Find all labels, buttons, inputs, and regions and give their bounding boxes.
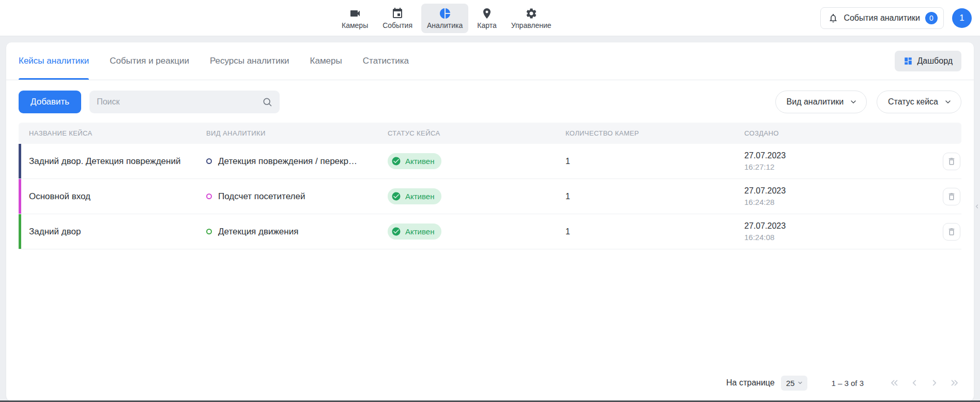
case-name: Задний двор. Детекция повреждений xyxy=(29,156,206,167)
tabs-row: Кейсы аналитики События и реакции Ресурс… xyxy=(6,42,974,80)
nav-label: Аналитика xyxy=(427,21,463,29)
status-cell: Активен xyxy=(388,188,565,204)
row-accent-bar xyxy=(19,179,21,214)
prev-page-button[interactable] xyxy=(908,376,921,390)
row-accent-bar xyxy=(19,214,21,249)
pager xyxy=(887,376,961,390)
analytics-events-button[interactable]: События аналитики 0 xyxy=(820,7,944,29)
events-icon xyxy=(391,7,404,20)
created-date: 27.07.2023 xyxy=(744,151,917,160)
status-label: Активен xyxy=(405,157,434,166)
created-time: 16:24:28 xyxy=(744,198,917,206)
user-avatar[interactable]: 1 xyxy=(952,8,972,28)
first-page-button[interactable] xyxy=(887,376,901,390)
analytics-type-dot-icon xyxy=(206,158,212,164)
table-row[interactable]: Задний двор. Детекция повреждений Детекц… xyxy=(19,144,961,179)
camera-count: 1 xyxy=(565,227,744,236)
analytics-type-cell: Подсчет посетителей xyxy=(206,191,388,202)
tab-analytics-resources[interactable]: Ресурсы аналитики xyxy=(210,42,289,80)
tab-analytics-cases[interactable]: Кейсы аналитики xyxy=(19,42,89,80)
panel-edge-collapse-handle[interactable] xyxy=(974,201,980,212)
created-time: 16:27:12 xyxy=(744,162,917,171)
next-page-button[interactable] xyxy=(928,376,941,390)
check-circle-icon xyxy=(391,191,401,201)
add-case-button[interactable]: Добавить xyxy=(19,91,81,113)
map-pin-icon xyxy=(481,7,493,20)
analytics-type-dot-icon xyxy=(206,193,212,199)
per-page-value: 25 xyxy=(786,379,795,388)
analytics-card: Кейсы аналитики События и реакции Ресурс… xyxy=(6,42,974,401)
tab-statistics[interactable]: Статистика xyxy=(363,42,409,80)
filter-case-status-label: Статус кейса xyxy=(888,97,938,107)
case-name: Основной вход xyxy=(29,191,206,202)
chevron-left-icon xyxy=(909,377,920,389)
table-row[interactable]: Основной вход Подсчет посетителей Активе… xyxy=(19,179,961,214)
tab-events-reactions[interactable]: События и реакции xyxy=(110,42,189,80)
dashboard-button[interactable]: Дашборд xyxy=(895,51,962,71)
last-page-button[interactable] xyxy=(948,376,961,390)
double-chevron-left-icon xyxy=(889,377,900,389)
analytics-events-label: События аналитики xyxy=(844,13,920,23)
filters: Вид аналитики Статус кейса xyxy=(775,91,961,113)
check-circle-icon xyxy=(391,227,401,236)
analytics-type-label: Детекция повреждения / перекр… xyxy=(218,156,357,167)
chevron-down-icon xyxy=(944,98,952,106)
row-accent-bar xyxy=(19,144,21,178)
table-header: НАЗВАНИЕ КЕЙСА ВИД АНАЛИТИКИ СТАТУС КЕЙС… xyxy=(19,123,961,144)
nav-label: Камеры xyxy=(342,21,368,29)
delete-case-button[interactable] xyxy=(943,223,960,241)
gear-icon xyxy=(525,7,538,20)
nav-label: Карта xyxy=(477,21,496,29)
search-input[interactable] xyxy=(97,97,257,107)
main-nav: Камеры События Аналитика Карта Управлени… xyxy=(336,2,557,34)
per-page-label: На странице xyxy=(726,378,775,388)
delete-case-button[interactable] xyxy=(943,153,960,170)
per-page-select[interactable]: 25 xyxy=(781,376,808,391)
tab-cameras[interactable]: Камеры xyxy=(310,42,342,80)
trash-icon xyxy=(947,192,956,201)
tabs: Кейсы аналитики События и реакции Ресурс… xyxy=(19,42,409,80)
status-badge: Активен xyxy=(388,153,441,169)
topbar: Камеры События Аналитика Карта Управлени… xyxy=(0,0,980,36)
nav-item-map[interactable]: Карта xyxy=(471,4,502,33)
nav-item-management[interactable]: Управление xyxy=(506,4,557,33)
col-analytics-type: ВИД АНАЛИТИКИ xyxy=(206,129,388,137)
status-badge: Активен xyxy=(388,224,441,240)
row-actions xyxy=(917,223,961,241)
search-icon[interactable] xyxy=(262,97,272,107)
dashboard-grid-icon xyxy=(904,56,913,66)
analytics-type-cell: Детекция движения xyxy=(206,227,388,237)
table-row[interactable]: Задний двор Детекция движения Активен 1 … xyxy=(19,214,961,249)
created-date: 27.07.2023 xyxy=(744,186,917,196)
status-label: Активен xyxy=(405,227,434,236)
nav-item-events[interactable]: События xyxy=(377,4,418,33)
check-circle-icon xyxy=(391,156,401,166)
camera-count: 1 xyxy=(565,192,744,201)
search-box xyxy=(89,91,280,113)
topbar-right: События аналитики 0 1 xyxy=(820,0,972,36)
nav-item-analytics[interactable]: Аналитика xyxy=(421,4,468,33)
col-created: СОЗДАНО xyxy=(744,129,917,137)
analytics-type-dot-icon xyxy=(206,229,212,234)
status-badge: Активен xyxy=(388,188,441,204)
chevron-down-icon xyxy=(849,98,858,106)
col-case-status: СТАТУС КЕЙСА xyxy=(388,129,565,137)
bell-icon xyxy=(828,13,838,23)
events-count-badge: 0 xyxy=(925,12,938,24)
page-background: Кейсы аналитики События и реакции Ресурс… xyxy=(0,37,980,402)
nav-item-cameras[interactable]: Камеры xyxy=(336,4,374,33)
status-cell: Активен xyxy=(388,153,565,169)
chevron-down-icon xyxy=(797,380,803,386)
cases-table: НАЗВАНИЕ КЕЙСА ВИД АНАЛИТИКИ СТАТУС КЕЙС… xyxy=(6,113,974,249)
filter-case-status[interactable]: Статус кейса xyxy=(877,91,961,113)
delete-case-button[interactable] xyxy=(943,188,960,205)
pagination-range: 1 – 3 of 3 xyxy=(831,379,864,388)
trash-icon xyxy=(947,227,956,236)
trash-icon xyxy=(947,157,956,166)
filter-analytics-type[interactable]: Вид аналитики xyxy=(775,91,867,113)
analytics-pie-icon xyxy=(439,7,451,20)
double-chevron-right-icon xyxy=(949,377,960,389)
row-actions xyxy=(917,153,961,170)
chevron-right-icon xyxy=(929,377,940,389)
camera-icon xyxy=(349,7,361,20)
